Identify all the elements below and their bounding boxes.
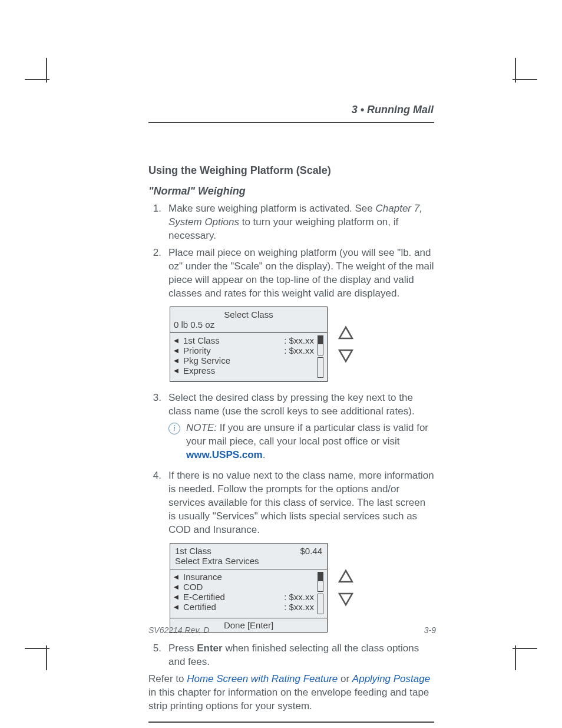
step-number: 1. bbox=[148, 202, 168, 243]
display-row[interactable]: ◄ Express bbox=[170, 365, 327, 375]
lcd-display-select-class: Select Class 0 lb 0.5 oz ◄ 1st Class : $… bbox=[170, 307, 434, 382]
left-arrow-icon: ◄ bbox=[170, 346, 182, 355]
left-arrow-icon: ◄ bbox=[170, 356, 182, 365]
display-price: $0.44 bbox=[300, 546, 322, 556]
steps-list-cont: 3. Select the desired class by pressing … bbox=[148, 391, 434, 537]
step-number: 5. bbox=[148, 642, 168, 669]
display-row[interactable]: ◄ 1st Class : $xx.xx bbox=[170, 335, 327, 345]
page-number: 3-9 bbox=[424, 625, 436, 635]
scroll-down-icon[interactable] bbox=[338, 348, 353, 363]
note-text: NOTE: If you are unsure if a particular … bbox=[186, 421, 434, 462]
step-number: 4. bbox=[148, 469, 168, 537]
display-row[interactable]: ◄ COD bbox=[170, 582, 327, 592]
step-body: Make sure weighing platform is activated… bbox=[168, 202, 434, 243]
step-body: If there is no value next to the class n… bbox=[168, 469, 434, 537]
enter-key: Enter bbox=[197, 643, 222, 654]
info-icon: i bbox=[168, 423, 180, 434]
usps-link[interactable]: www.USPS.com bbox=[186, 449, 263, 460]
sub-heading: "Normal" Weighing bbox=[148, 185, 434, 197]
left-arrow-icon: ◄ bbox=[170, 336, 182, 345]
display-weight: 0 lb 0.5 oz bbox=[170, 319, 327, 333]
display-row[interactable]: ◄ Insurance bbox=[170, 572, 327, 582]
display-class-label: 1st Class bbox=[175, 546, 211, 556]
step-body: Place mail piece on weighing platform (y… bbox=[168, 246, 434, 301]
step-number: 2. bbox=[148, 246, 168, 301]
scroll-up-icon[interactable] bbox=[338, 569, 353, 584]
display-scrollbar[interactable] bbox=[318, 335, 323, 378]
footer-rule bbox=[148, 722, 434, 723]
display-row[interactable]: ◄ Certified : $xx.xx bbox=[170, 602, 327, 612]
step-number: 3. bbox=[148, 391, 168, 466]
steps-list-cont2: 5. Press Enter when finished selecting a… bbox=[148, 642, 434, 669]
doc-code: SV62214 Rev. D bbox=[148, 625, 209, 635]
display-scrollbar[interactable] bbox=[318, 572, 323, 614]
closing-paragraph: Refer to Home Screen with Rating Feature… bbox=[148, 673, 434, 713]
display-row[interactable]: ◄ Pkg Service bbox=[170, 355, 327, 365]
header-rule bbox=[148, 122, 434, 123]
home-screen-link[interactable]: Home Screen with Rating Feature bbox=[187, 673, 340, 684]
left-arrow-icon: ◄ bbox=[170, 572, 182, 581]
display-subtitle: Select Extra Services bbox=[170, 556, 327, 569]
left-arrow-icon: ◄ bbox=[170, 366, 182, 375]
applying-postage-link[interactable]: Applying Postage bbox=[352, 673, 430, 684]
step-body: Select the desired class by pressing the… bbox=[168, 391, 434, 466]
lcd-display-extra-services: 1st Class $0.44 Select Extra Services ◄ … bbox=[170, 543, 434, 633]
display-title: Select Class bbox=[170, 307, 327, 319]
display-row[interactable]: ◄ E-Certified : $xx.xx bbox=[170, 592, 327, 602]
left-arrow-icon: ◄ bbox=[170, 582, 182, 591]
section-title: Using the Weighing Platform (Scale) bbox=[148, 164, 434, 177]
scroll-up-icon[interactable] bbox=[338, 325, 353, 341]
left-arrow-icon: ◄ bbox=[170, 602, 182, 611]
left-arrow-icon: ◄ bbox=[170, 592, 182, 601]
step-body: Press Enter when finished selecting all … bbox=[168, 642, 434, 669]
scroll-down-icon[interactable] bbox=[338, 591, 353, 607]
steps-list: 1. Make sure weighing platform is activa… bbox=[148, 202, 434, 301]
display-row[interactable]: ◄ Priority : $xx.xx bbox=[170, 345, 327, 355]
